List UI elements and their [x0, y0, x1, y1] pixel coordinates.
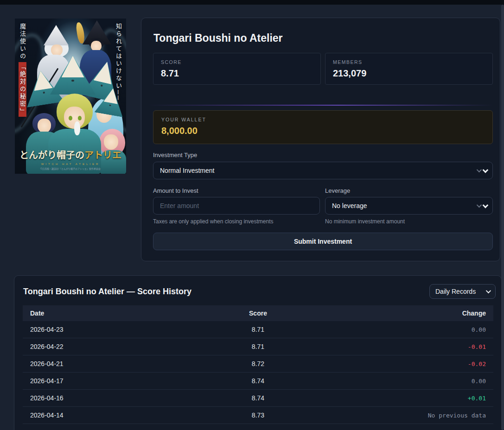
scrollbar-thumb[interactable] — [501, 5, 504, 430]
table-row: 2026-04-23 8.71 0.00 — [23, 321, 493, 338]
score-label: SCORE — [161, 59, 313, 65]
top-window-strip — [0, 0, 504, 5]
poster-eye — [69, 116, 72, 120]
score-history-title: Tongari Boushi no Atelier — Score Histor… — [23, 287, 191, 297]
anime-detail-panel: Tongari Boushi no Atelier SCORE 8.71 MEM… — [141, 18, 500, 261]
date-cell: 2026-04-22 — [23, 343, 179, 350]
score-value: 8.71 — [161, 68, 313, 79]
wallet-balance: 8,000.00 — [161, 126, 485, 136]
score-cell: 8.71 — [179, 326, 336, 333]
amount-label: Amount to Invest — [153, 187, 198, 194]
poster-white-brush — [74, 121, 80, 135]
wallet-label: YOUR WALLET — [161, 117, 485, 122]
investment-type-value: Normal Investment — [160, 167, 214, 174]
chevron-down-icon — [477, 204, 487, 208]
poster-credit: ©白浜鴎・講談社/「とんがり帽子のアトリエ」製作委員会 — [15, 167, 126, 170]
members-label: MEMBERS — [333, 59, 485, 65]
investment-type-label: Investment Type — [153, 152, 197, 158]
poster-tagline-right: 知られてはいけない── — [114, 23, 123, 101]
members-value: 213,079 — [333, 68, 485, 79]
change-cell: 0.00 — [337, 326, 493, 333]
table-row: 2026-04-21 8.72 -0.02 — [23, 355, 493, 373]
table-row: 2026-04-22 8.71 -0.01 — [23, 338, 493, 355]
table-row: 2026-04-17 8.74 0.00 — [23, 373, 493, 390]
poster-title-en: WITCH HAT ATELIER — [15, 163, 126, 165]
change-cell: -0.02 — [337, 360, 493, 367]
column-header-score: Score — [179, 310, 336, 317]
page-title: Tongari Boushi no Atelier — [153, 32, 283, 44]
poster-title-jp-prefix: とんがり帽子の — [19, 150, 84, 160]
column-header-change: Change — [337, 310, 493, 317]
date-cell: 2026-04-17 — [23, 377, 179, 385]
score-cell: 8.73 — [179, 411, 336, 419]
submit-investment-button[interactable]: Submit Investment — [153, 233, 493, 250]
taxes-note: Taxes are only applied when closing inve… — [153, 218, 273, 225]
scrollbar[interactable] — [501, 5, 504, 430]
score-history-panel: Tongari Boushi no Atelier — Score Histor… — [14, 275, 502, 430]
wallet-card: YOUR WALLET 8,000.00 — [153, 110, 493, 144]
change-cell: +0.01 — [337, 395, 493, 402]
score-cell: 8.71 — [179, 343, 336, 350]
poster-tagline-left: 魔法使いの「絶対の秘密」 — [18, 23, 27, 117]
change-cell: 0.00 — [337, 378, 493, 385]
chevron-down-icon — [486, 288, 491, 293]
score-cell: 8.74 — [179, 377, 336, 385]
records-interval-value: Daily Records — [435, 288, 476, 295]
score-cell: 8.72 — [179, 360, 336, 367]
table-row: 2026-04-14 8.73 No previous data — [23, 407, 493, 424]
change-cell: -0.01 — [337, 343, 493, 350]
date-cell: 2026-04-14 — [23, 411, 179, 419]
anime-poster: 知られてはいけない── 魔法使いの「絶対の秘密」 とんがり帽子のアトリエ WIT… — [15, 19, 126, 174]
investment-type-select[interactable]: Normal Investment — [153, 162, 493, 179]
leverage-value: No leverage — [332, 202, 367, 209]
change-cell: No previous data — [337, 412, 493, 419]
leverage-label: Leverage — [325, 187, 350, 194]
amount-input[interactable] — [153, 197, 320, 215]
date-cell: 2026-04-23 — [23, 326, 179, 333]
poster-title-block: とんがり帽子のアトリエ WITCH HAT ATELIER ©白浜鴎・講談社/「… — [15, 148, 126, 170]
purple-divider — [147, 105, 494, 106]
poster-tagline-left-boxed: 「絶対の秘密」 — [19, 62, 26, 117]
chevron-down-icon — [477, 169, 487, 173]
score-history-table: Date Score Change 2026-04-23 8.71 0.00 2… — [23, 305, 493, 424]
table-header-row: Date Score Change — [23, 305, 493, 321]
score-card: SCORE 8.71 — [153, 53, 321, 85]
score-cell: 8.74 — [179, 394, 336, 402]
poster-title-jp-accent: アトリエ — [84, 150, 121, 160]
poster-title-jp: とんがり帽子のアトリエ — [15, 148, 126, 161]
column-header-date: Date — [23, 310, 179, 317]
poster-eye — [78, 116, 82, 120]
minimum-note: No minimum investment amount — [325, 218, 405, 225]
date-cell: 2026-04-16 — [23, 394, 179, 402]
poster-face — [38, 119, 51, 133]
poster-tagline-left-text: 魔法使いの — [19, 23, 26, 60]
date-cell: 2026-04-21 — [23, 360, 179, 367]
records-interval-select[interactable]: Daily Records — [429, 284, 496, 299]
members-card: MEMBERS 213,079 — [325, 53, 493, 85]
leverage-select[interactable]: No leverage — [325, 197, 493, 215]
table-row: 2026-04-16 8.74 +0.01 — [23, 390, 493, 407]
